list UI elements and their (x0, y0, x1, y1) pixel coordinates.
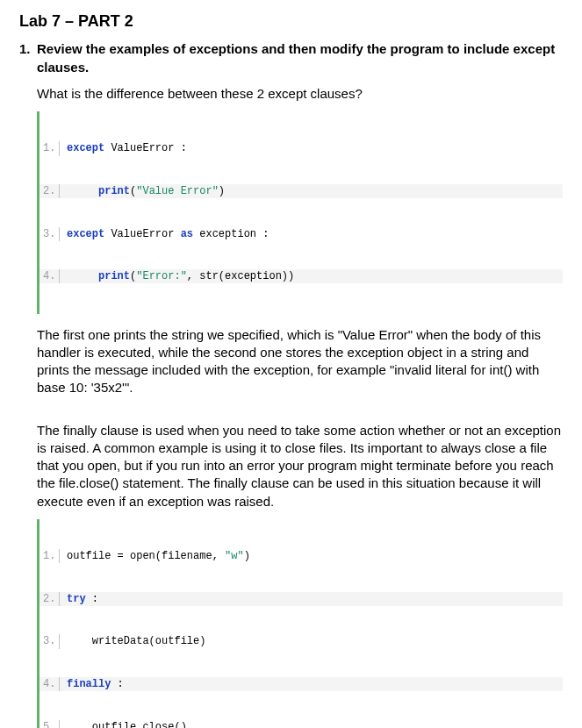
line-number: 3. (40, 227, 60, 241)
page-title: Lab 7 – PART 2 (19, 11, 563, 32)
line-number: 5. (40, 720, 60, 728)
list-item: 1. Review the examples of exceptions and… (19, 40, 563, 728)
line-number: 1. (40, 549, 60, 563)
answer-1: The first one prints the string we speci… (37, 326, 563, 397)
ordered-list: 1. Review the examples of exceptions and… (19, 40, 563, 728)
code-block: 1. outfile = open(filename, "w") 2. try … (37, 519, 563, 728)
finally-paragraph: The finally clause is used when you need… (37, 422, 563, 510)
line-number: 2. (40, 184, 60, 198)
list-marker: 1. (19, 40, 31, 58)
lead-paragraph: Review the examples of exceptions and th… (37, 40, 563, 76)
question-1: What is the difference between these 2 e… (37, 85, 563, 103)
line-number: 4. (40, 677, 60, 691)
line-number: 2. (40, 592, 60, 606)
code-block: 1. except ValueError : 2. print("Value E… (37, 111, 563, 314)
line-number: 4. (40, 269, 60, 283)
line-number: 3. (40, 634, 60, 648)
line-number: 1. (40, 141, 60, 155)
